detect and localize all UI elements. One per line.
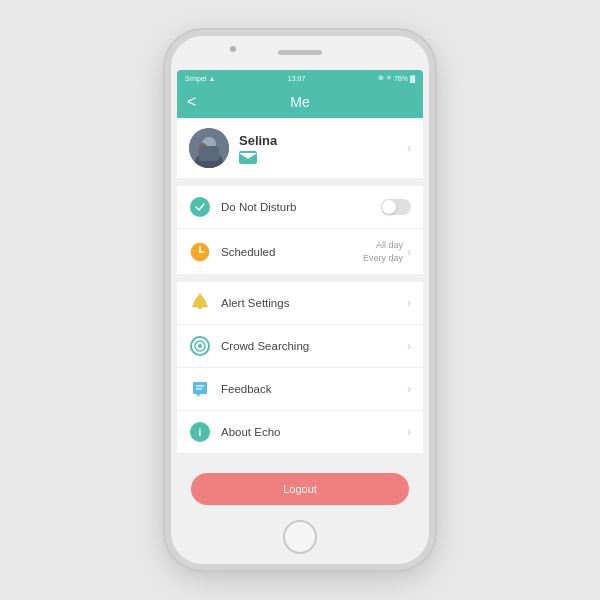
menu-item-left: Do Not Disturb <box>189 196 296 218</box>
menu-item-left: Alert Settings <box>189 292 289 314</box>
nav-bar: < Me <box>177 86 423 118</box>
status-bar-left: Simpel ▲ <box>185 75 215 82</box>
menu-section-middle: Alert Settings › <box>177 282 423 453</box>
profile-info: Selina <box>239 133 277 164</box>
crowd-searching-right: › <box>407 339 411 353</box>
feedback-label: Feedback <box>221 383 272 395</box>
about-echo-chevron: › <box>407 425 411 439</box>
menu-item-crowd-searching[interactable]: Crowd Searching › <box>177 325 423 368</box>
profile-left: Selina <box>189 128 277 168</box>
logout-section: Logout <box>177 461 423 510</box>
crowd-searching-chevron: › <box>407 339 411 353</box>
email-icon <box>239 151 257 164</box>
do-not-disturb-toggle[interactable] <box>381 199 411 215</box>
about-echo-label: About Echo <box>221 426 280 438</box>
scheduled-right: All dayEvery day › <box>363 239 411 264</box>
wifi-icon: ▲ <box>208 75 215 82</box>
menu-section-top: Do Not Disturb <box>177 186 423 274</box>
scheduled-icon <box>189 241 211 263</box>
menu-item-left: Feedback <box>189 378 272 400</box>
about-echo-right: › <box>407 425 411 439</box>
carrier-text: Simpel <box>185 75 206 82</box>
menu-item-left: i About Echo <box>189 421 280 443</box>
logout-button[interactable]: Logout <box>191 473 409 505</box>
phone-speaker <box>278 50 322 55</box>
profile-name: Selina <box>239 133 277 148</box>
crowd-searching-icon <box>189 335 211 357</box>
location-icon: ⊕ <box>378 74 384 82</box>
alert-settings-icon <box>189 292 211 314</box>
feedback-icon <box>189 378 211 400</box>
check-icon <box>190 197 210 217</box>
toggle-right <box>381 199 411 215</box>
svg-text:i: i <box>199 427 202 438</box>
feedback-chevron: › <box>407 382 411 396</box>
svg-point-7 <box>193 200 207 214</box>
bluetooth-icon: ✳ <box>386 74 392 82</box>
svg-rect-5 <box>199 146 219 161</box>
menu-item-alert-settings[interactable]: Alert Settings › <box>177 282 423 325</box>
svg-point-17 <box>198 344 202 348</box>
svg-rect-13 <box>198 307 202 309</box>
phone-screen: Simpel ▲ 13:07 ⊕ ✳ 76% ▓ < Me <box>177 70 423 510</box>
do-not-disturb-label: Do Not Disturb <box>221 201 296 213</box>
avatar <box>189 128 229 168</box>
menu-item-scheduled[interactable]: Scheduled All dayEvery day › <box>177 229 423 274</box>
status-bar-time: 13:07 <box>288 75 306 82</box>
scheduled-chevron: › <box>407 245 411 259</box>
battery-text: 76% <box>394 75 408 82</box>
profile-chevron: › <box>407 141 411 155</box>
nav-title: Me <box>290 94 309 110</box>
menu-item-do-not-disturb[interactable]: Do Not Disturb <box>177 186 423 229</box>
profile-section[interactable]: Selina › <box>177 118 423 178</box>
battery-icon: ▓ <box>410 75 415 82</box>
menu-item-about-echo[interactable]: i About Echo › <box>177 411 423 453</box>
svg-point-12 <box>199 251 201 253</box>
alert-settings-label: Alert Settings <box>221 297 289 309</box>
status-bar-right: ⊕ ✳ 76% ▓ <box>378 74 415 82</box>
crowd-searching-label: Crowd Searching <box>221 340 309 352</box>
status-bar: Simpel ▲ 13:07 ⊕ ✳ 76% ▓ <box>177 70 423 86</box>
svg-point-14 <box>199 294 202 297</box>
feedback-right: › <box>407 382 411 396</box>
info-icon: i <box>190 422 210 442</box>
do-not-disturb-icon <box>189 196 211 218</box>
home-button[interactable] <box>283 520 317 554</box>
phone-camera <box>230 46 236 52</box>
scheduled-subtext: All dayEvery day <box>363 239 403 264</box>
back-button[interactable]: < <box>187 93 196 111</box>
menu-item-feedback[interactable]: Feedback › <box>177 368 423 411</box>
content-area: Selina › <box>177 118 423 510</box>
menu-item-left: Crowd Searching <box>189 335 309 357</box>
about-echo-icon: i <box>189 421 211 443</box>
alert-settings-chevron: › <box>407 296 411 310</box>
menu-item-left: Scheduled <box>189 241 275 263</box>
scheduled-label: Scheduled <box>221 246 275 258</box>
phone-device: Simpel ▲ 13:07 ⊕ ✳ 76% ▓ < Me <box>165 30 435 570</box>
alert-settings-right: › <box>407 296 411 310</box>
